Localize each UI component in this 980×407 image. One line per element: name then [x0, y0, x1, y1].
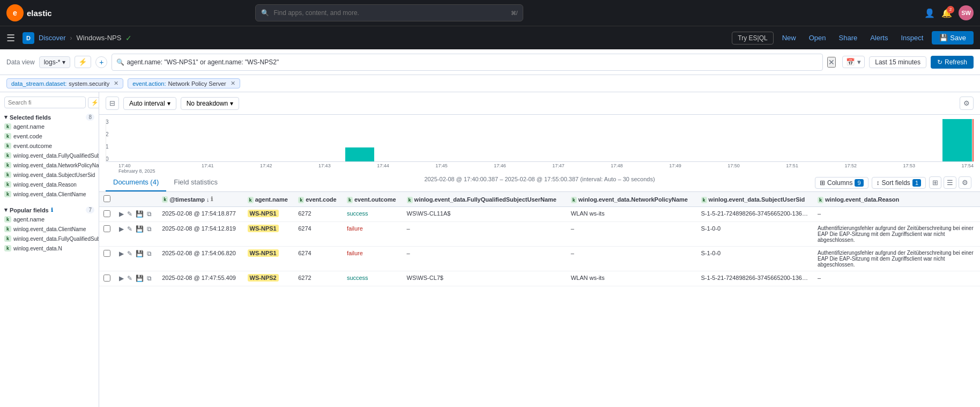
try-esql-button[interactable]: Try ES|QL: [732, 32, 773, 45]
row-checkbox-cell[interactable]: [99, 247, 115, 271]
field-item[interactable]: k winlog.event_data.FullyQualifiedSubjec…: [0, 234, 99, 243]
field-item[interactable]: k winlog.event_data.FullyQualifiedSubjec…: [0, 151, 99, 160]
field-item[interactable]: k winlog.event_data.N: [0, 243, 99, 253]
expand-row-icon[interactable]: ▶: [119, 250, 124, 257]
alerts-button[interactable]: Alerts: [866, 32, 892, 44]
sus-header[interactable]: k winlog.event_data.SubjectUserSid: [697, 192, 813, 207]
event-outcome-cell: success: [343, 207, 403, 222]
select-all-checkbox[interactable]: [103, 195, 110, 202]
global-search-input[interactable]: [273, 9, 506, 17]
inspect-button[interactable]: Inspect: [896, 32, 927, 44]
chart-subtitle: 2025-02-08 @ 17:40:00.387 – 2025-02-08 @…: [106, 174, 974, 186]
info-icon[interactable]: ℹ: [211, 196, 213, 203]
select-all-header[interactable]: [99, 192, 115, 207]
filter-icon: ⚡: [91, 99, 99, 106]
edit-row-icon[interactable]: ✎: [127, 225, 132, 233]
copy-row-icon[interactable]: ⧉: [147, 250, 152, 257]
new-button[interactable]: New: [778, 32, 800, 44]
row-actions-cell: ▶ ✎ 💾 ⧉: [115, 222, 158, 247]
time-label: 17:46: [494, 163, 506, 174]
copy-row-icon[interactable]: ⧉: [147, 275, 152, 282]
filter-tag-dataset[interactable]: data_stream.dataset: system.security ✕: [6, 78, 123, 88]
edit-row-icon[interactable]: ✎: [127, 210, 132, 218]
copy-row-icon[interactable]: ⧉: [147, 210, 152, 218]
row-checkbox-cell[interactable]: [99, 271, 115, 286]
expand-row-icon[interactable]: ▶: [119, 210, 124, 218]
query-input[interactable]: [127, 58, 818, 66]
fqsun-header[interactable]: k winlog.event_data.FullyQualifiedSubjec…: [403, 192, 567, 207]
event-code-header[interactable]: k event.code: [294, 192, 343, 207]
calendar-button[interactable]: 📅 ▾: [842, 56, 865, 68]
notifications-icon[interactable]: 🔔 2: [941, 8, 952, 18]
interval-selector[interactable]: Auto interval ▾: [123, 97, 176, 110]
filter-tag-key: data_stream.dataset:: [11, 80, 66, 87]
reason-header[interactable]: k winlog.event_data.Reason: [813, 192, 980, 207]
field-type-badge: k: [4, 172, 11, 178]
toggle-chart-button[interactable]: ⊟: [106, 97, 119, 110]
open-button[interactable]: Open: [805, 32, 830, 44]
sus-cell: S-1-0-0: [697, 222, 813, 247]
hamburger-menu[interactable]: ☰: [6, 32, 15, 44]
remove-filter-icon[interactable]: ✕: [231, 80, 235, 87]
chevron-down-icon: ▾: [4, 206, 8, 213]
timestamp-header[interactable]: k @timestamp ↓ ℹ: [158, 192, 243, 207]
row-checkbox-cell[interactable]: [99, 207, 115, 222]
npn-header[interactable]: k winlog.event_data.NetworkPolicyName: [567, 192, 697, 207]
add-filter-button[interactable]: +: [95, 56, 107, 68]
data-view-selector[interactable]: logs-* ▾: [39, 56, 71, 68]
field-item[interactable]: k winlog.event_data.SubjectUserSid: [0, 170, 99, 180]
field-item[interactable]: k event.outcome: [0, 141, 99, 151]
remove-filter-icon[interactable]: ✕: [114, 80, 118, 87]
row-checkbox[interactable]: [103, 250, 110, 257]
row-checkbox-cell[interactable]: [99, 222, 115, 247]
user-avatar[interactable]: SW: [959, 5, 974, 20]
share-icon[interactable]: 👤: [924, 8, 935, 18]
clear-query-button[interactable]: ✕: [827, 57, 836, 68]
save-row-icon[interactable]: 💾: [136, 210, 144, 218]
row-checkbox[interactable]: [103, 210, 110, 217]
agent-name-header[interactable]: k agent.name: [243, 192, 294, 207]
field-item[interactable]: k winlog.event_data.ClientName: [0, 224, 99, 234]
save-button[interactable]: 💾 Save: [932, 31, 974, 45]
query-input-bar[interactable]: 🔍: [112, 54, 823, 71]
table-row: ▶ ✎ 💾 ⧉ 2025-02-08 @ 17:54:12.819 WS-NPS…: [99, 222, 980, 247]
field-filter-button[interactable]: ⚡ 0: [88, 97, 99, 108]
event-outcome-header[interactable]: k event.outcome: [343, 192, 403, 207]
breakdown-selector[interactable]: No breakdown ▾: [181, 97, 239, 110]
share-button[interactable]: Share: [835, 32, 862, 44]
breadcrumb-discover[interactable]: Discover: [39, 34, 66, 42]
edit-row-icon[interactable]: ✎: [127, 250, 132, 257]
time-label: 17:41: [202, 163, 214, 174]
popular-fields-header[interactable]: ▾ Popular fields ℹ 7: [0, 203, 99, 214]
expand-row-icon[interactable]: ▶: [119, 225, 124, 233]
copy-row-icon[interactable]: ⧉: [147, 225, 152, 233]
refresh-button[interactable]: ↻ Refresh: [931, 56, 974, 69]
global-search-bar[interactable]: 🔍 ⌘/: [255, 4, 523, 21]
save-row-icon[interactable]: 💾: [136, 225, 144, 233]
field-item[interactable]: k winlog.event_data.NetworkPolicyName: [0, 160, 99, 170]
field-item[interactable]: k winlog.event_data.Reason: [0, 180, 99, 189]
chart-settings-button[interactable]: ⚙: [960, 97, 974, 110]
elastic-logo[interactable]: e elastic: [6, 4, 52, 21]
filter-tag-action[interactable]: event.action: Network Policy Server ✕: [128, 78, 240, 88]
row-checkbox[interactable]: [103, 275, 110, 282]
save-row-icon[interactable]: 💾: [136, 275, 144, 282]
edit-row-icon[interactable]: ✎: [127, 275, 132, 282]
selected-fields-label: ▾ Selected fields: [4, 114, 51, 121]
field-search-input[interactable]: [4, 97, 86, 108]
field-item[interactable]: k winlog.event_data.ClientName: [0, 189, 99, 199]
event-outcome-cell: failure: [343, 247, 403, 271]
filter-options-button[interactable]: ⚡: [75, 56, 91, 68]
field-item[interactable]: k event.code: [0, 131, 99, 141]
selected-fields-header[interactable]: ▾ Selected fields 8: [0, 110, 99, 122]
save-row-icon[interactable]: 💾: [136, 250, 144, 257]
time-range-button[interactable]: Last 15 minutes: [869, 56, 926, 68]
popular-fields-info[interactable]: ℹ: [51, 207, 53, 213]
row-actions-cell: ▶ ✎ 💾 ⧉: [115, 207, 158, 222]
expand-row-icon[interactable]: ▶: [119, 275, 124, 282]
field-name-label: winlog.event_data.SubjectUserSid: [13, 172, 95, 178]
chevron-down-icon: ▾: [230, 100, 233, 107]
field-item[interactable]: k agent.name: [0, 214, 99, 224]
field-item[interactable]: k agent.name: [0, 122, 99, 131]
row-checkbox[interactable]: [103, 225, 110, 232]
